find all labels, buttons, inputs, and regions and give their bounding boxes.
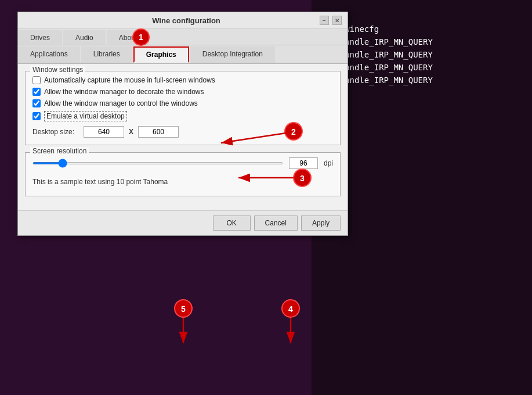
- title-bar: Wine configuration − ✕: [18, 12, 348, 29]
- dpi-input[interactable]: [289, 157, 318, 169]
- checkbox-decorate-row: Allow the window manager to decorate the…: [32, 88, 333, 96]
- tabs-row2: Applications Libraries Graphics Desktop …: [18, 45, 348, 64]
- dpi-unit-label: dpi: [324, 159, 333, 167]
- screen-resolution-group: Screen resolution dpi This is a sample t…: [25, 152, 341, 196]
- screen-resolution-label: Screen resolution: [30, 147, 89, 155]
- checkbox-emulate-row: Emulate a virtual desktop: [32, 111, 333, 121]
- size-x-separator: X: [129, 128, 133, 136]
- apply-button[interactable]: Apply: [301, 216, 341, 231]
- checkbox-decorate-label[interactable]: Allow the window manager to decorate the…: [44, 88, 204, 96]
- desktop-height-input[interactable]: [138, 126, 179, 138]
- terminal-line-2: u:~$ winecfg: [320, 24, 523, 34]
- terminal-line-4: hid:handle_IRP_MN_QUERY: [320, 50, 523, 59]
- tabs-row1: Drives Audio About: [18, 29, 348, 45]
- wine-config-dialog: Wine configuration − ✕ 1 Drives Audio Ab…: [17, 12, 348, 236]
- tab-libraries[interactable]: Libraries: [81, 46, 132, 63]
- tab-about[interactable]: About: [107, 30, 149, 45]
- slider-row: dpi: [32, 157, 333, 169]
- svg-point-10: [175, 300, 192, 317]
- tab-applications[interactable]: Applications: [18, 46, 80, 63]
- tab-graphics[interactable]: Graphics: [133, 46, 189, 63]
- button-row: OK Cancel Apply: [18, 210, 348, 235]
- tab-desktop-integration[interactable]: Desktop Integration: [190, 46, 275, 63]
- desktop-size-row: Desktop size: X: [32, 126, 333, 138]
- window-settings-label: Window settings: [30, 66, 85, 74]
- tab-drives[interactable]: Drives: [18, 30, 62, 45]
- dpi-slider[interactable]: [32, 162, 283, 164]
- title-controls: − ✕: [320, 16, 342, 25]
- dialog-title: Wine configuration: [53, 16, 320, 25]
- checkbox-fullscreen[interactable]: [32, 76, 41, 84]
- checkbox-decorate[interactable]: [32, 88, 41, 96]
- ok-button[interactable]: OK: [213, 216, 251, 231]
- dialog-content: Window settings Automatically capture th…: [18, 64, 348, 210]
- checkbox-emulate-label[interactable]: Emulate a virtual desktop: [44, 111, 127, 121]
- terminal-line-3: hid:handle_IRP_MN_QUERY: [320, 37, 523, 46]
- sample-text: This is a sample text using 10 point Tah…: [32, 175, 333, 189]
- checkbox-emulate[interactable]: [32, 112, 41, 120]
- checkbox-control[interactable]: [32, 99, 41, 107]
- minimize-button[interactable]: −: [320, 16, 329, 25]
- svg-point-7: [282, 300, 299, 317]
- terminal-line-6: hid:handle_IRP_MN_QUERY: [320, 76, 523, 85]
- svg-text:5: 5: [181, 304, 186, 314]
- terminal-line-5: hid:handle_IRP_MN_QUERY: [320, 63, 523, 72]
- checkbox-fullscreen-label[interactable]: Automatically capture the mouse in full-…: [44, 76, 215, 84]
- checkbox-fullscreen-row: Automatically capture the mouse in full-…: [32, 76, 333, 84]
- cancel-button[interactable]: Cancel: [254, 216, 298, 231]
- svg-text:4: 4: [288, 304, 293, 314]
- tab-audio[interactable]: Audio: [63, 30, 106, 45]
- window-settings-group: Window settings Automatically capture th…: [25, 71, 341, 145]
- terminal-line-1: u:~$: [320, 12, 523, 21]
- desktop-size-label: Desktop size:: [32, 128, 79, 136]
- checkbox-control-label[interactable]: Allow the window manager to control the …: [44, 99, 198, 107]
- checkbox-control-row: Allow the window manager to control the …: [32, 99, 333, 107]
- close-button[interactable]: ✕: [332, 16, 342, 25]
- desktop-width-input[interactable]: [84, 126, 124, 138]
